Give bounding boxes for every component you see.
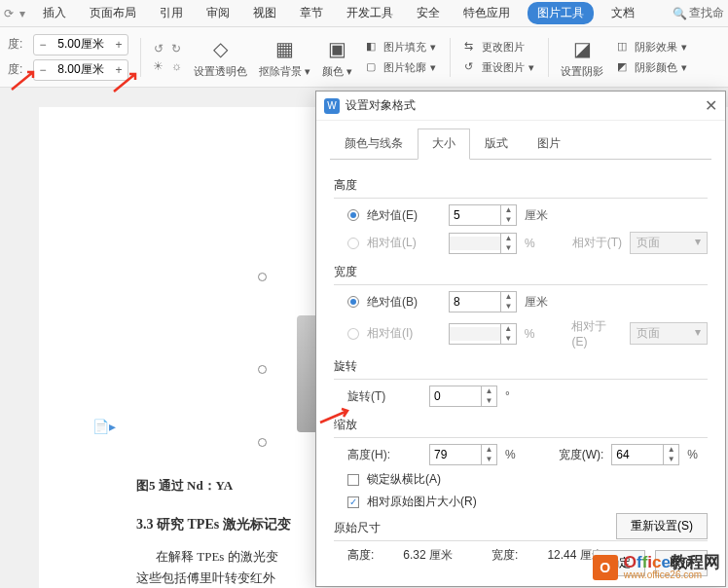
color-icon: ▣ [324,35,351,62]
lock-aspect-checkbox[interactable] [347,474,359,486]
down-button[interactable]: ▼ [482,396,496,406]
up-button[interactable]: ▲ [501,205,516,215]
set-transparent-button[interactable]: ◇ 设置透明色 [194,35,247,79]
qa-icon[interactable]: ▾ [19,7,25,20]
dialog-tabs: 颜色与线条 大小 版式 图片 [330,129,711,160]
radio-abs-height[interactable] [347,209,359,221]
selection-handle[interactable] [258,273,267,281]
tab-section[interactable]: 章节 [294,2,329,24]
radio-rel-width [347,328,359,340]
width-input[interactable] [52,63,110,77]
plus-button[interactable]: + [110,63,127,77]
unit: 厘米 [525,294,548,311]
change-reset-group: ⇆更改图片 ↺重设图片 ▾ [462,38,536,77]
radio-rel-height [347,238,359,249]
unit: % [525,237,535,250]
minus-button[interactable]: − [34,63,52,77]
chevron-down-icon: ▾ [695,235,701,251]
label: 高度(H): [347,447,421,463]
reset-picture-button[interactable]: ↺重设图片 ▾ [462,58,536,77]
relto-select: 页面▾ [630,232,708,254]
picture-outline-button[interactable]: ▢图片轮廓 ▾ [364,58,438,77]
figure-caption: 图5 通过 Nd：YA [136,477,233,495]
change-icon: ⇆ [464,40,478,54]
fill-icon: ◧ [366,40,380,54]
doc-paragraph: 这些包括傅里叶转变红外 [136,567,275,588]
width-spinner[interactable]: − + [33,59,128,81]
remove-bg-button[interactable]: ▦ 抠除背景 ▾ [259,35,310,79]
shadow-color-button[interactable]: ◩阴影颜色 ▾ [615,58,689,77]
transparent-icon: ◇ [207,35,235,62]
scale-w-input[interactable]: ▲▼ [611,444,679,465]
ok-button[interactable]: 确定 [593,550,645,576]
qa-icon[interactable]: ⟳ [4,7,14,20]
up-button[interactable]: ▲ [501,292,516,302]
height-input[interactable] [52,38,110,52]
unit: % [505,448,516,461]
change-picture-button[interactable]: ⇆更改图片 [462,38,536,56]
size-group: 度: − + 度: − + [8,34,128,81]
width-fieldset: 宽度 绝对值(B) ▲▼ 厘米 相对值(I) ▲▼ % 相对于(E) 页面▾ [334,260,708,349]
doc-heading: 3.3 研究 TPEs 激光标记变 [136,516,291,533]
format-object-dialog: W 设置对象格式 ✕ 颜色与线条 大小 版式 图片 高度 绝对值(E) ▲▼ 厘… [315,91,726,587]
rotate-input[interactable]: ▲▼ [429,386,497,407]
brightness-down-icon[interactable]: ☀ [153,59,164,73]
cancel-button[interactable]: 取消 [655,550,708,576]
down-button[interactable]: ▼ [501,302,516,312]
rel-orig-checkbox[interactable] [347,496,359,508]
label: 旋转(T) [347,388,421,405]
fieldset-title: 旋转 [334,354,708,379]
selection-handle[interactable] [258,438,267,447]
radio-abs-width[interactable] [347,296,359,308]
tab-doc-cut[interactable]: 文档 [605,2,640,24]
ribbon-separator [548,38,549,77]
tab-view[interactable]: 视图 [247,2,282,24]
tab-pagelayout[interactable]: 页面布局 [84,2,142,24]
remove-bg-icon: ▦ [272,35,299,62]
tab-size[interactable]: 大小 [418,129,470,160]
tab-layout[interactable]: 版式 [470,129,523,159]
minus-button[interactable]: − [34,38,52,52]
close-button[interactable]: ✕ [705,96,717,115]
tab-security[interactable]: 安全 [411,2,446,24]
abs-height-input[interactable]: ▲▼ [449,204,517,226]
picture-fill-button[interactable]: ◧图片填充 ▾ [364,38,438,56]
tab-picturetools[interactable]: 图片工具 [528,2,594,24]
height-spinner[interactable]: − + [33,34,128,55]
tab-references[interactable]: 引用 [154,2,189,24]
color-button[interactable]: ▣ 颜色 ▾ [322,35,352,79]
height-fieldset: 高度 绝对值(E) ▲▼ 厘米 相对值(L) ▲▼ % 相对于(T) 页面▾ [334,173,708,254]
down-button[interactable]: ▼ [664,455,678,464]
tab-special[interactable]: 特色应用 [457,2,516,24]
rel-width-input: ▲▼ [449,323,517,345]
app-logo-icon: W [324,98,340,114]
scale-h-input[interactable]: ▲▼ [429,444,497,465]
dialog-titlebar[interactable]: W 设置对象格式 ✕ [316,92,725,121]
down-button[interactable]: ▼ [501,215,516,225]
up-button[interactable]: ▲ [482,445,496,455]
up-button[interactable]: ▲ [664,445,678,455]
shadow-effect-button[interactable]: ◫阴影效果 ▾ [615,38,689,56]
up-button[interactable]: ▲ [482,386,496,396]
tab-picture[interactable]: 图片 [523,129,575,159]
brightness-up-icon[interactable]: ☼ [171,59,182,73]
tab-color-lines[interactable]: 颜色与线条 [330,129,418,159]
rotate-right-icon[interactable]: ↻ [171,42,181,55]
set-shadow-button[interactable]: ◪ 设置阴影 [561,35,603,79]
tab-insert[interactable]: 插入 [37,2,72,24]
dialog-title-text: 设置对象格式 [346,97,416,114]
page-nav-icon[interactable]: 📄▸ [92,419,116,434]
chevron-down-icon: ▾ [695,325,701,342]
down-button[interactable]: ▼ [482,455,496,464]
label: 抠除背景 ▾ [259,64,310,79]
doc-paragraph: 在解释 TPEs 的激光变 [156,545,278,568]
tab-review[interactable]: 审阅 [200,2,236,24]
tab-devtools[interactable]: 开发工具 [341,2,399,24]
reset-button[interactable]: 重新设置(S) [616,513,708,539]
search-box[interactable]: 🔍 查找命 [673,5,724,21]
selection-handle[interactable] [258,365,267,374]
abs-width-input[interactable]: ▲▼ [449,291,517,312]
plus-button[interactable]: + [110,38,127,52]
rotate-left-icon[interactable]: ↺ [154,42,164,55]
ribbon: 度: − + 度: − + ↺ ↻ ☀ ☼ ◇ 设置透明色 [0,27,728,88]
